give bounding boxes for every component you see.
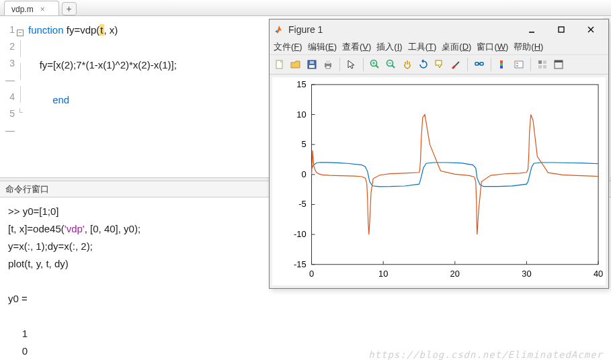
new-icon[interactable] (272, 57, 287, 72)
svg-text:0: 0 (309, 269, 314, 279)
brush-icon[interactable] (448, 57, 463, 72)
toolbar-separator (363, 58, 364, 71)
code-text: fy=[x(2);7*(1-x(1)^2)*x(2)-x(1)]; (28, 59, 177, 71)
line-number: 5 (9, 108, 15, 119)
svg-text:10: 10 (378, 269, 388, 279)
prompt: >> (8, 206, 20, 217)
svg-line-12 (376, 65, 378, 68)
svg-text:20: 20 (450, 269, 460, 279)
code-text: , x) (104, 24, 118, 36)
menu-item[interactable]: 帮助(H) (514, 41, 543, 53)
toolbar-separator (530, 58, 531, 71)
svg-text:10: 10 (296, 109, 306, 120)
tab-label: vdp.m (11, 5, 34, 14)
menu-item[interactable]: 查看(V) (342, 41, 371, 53)
code-text: fy=vdp( (64, 24, 100, 36)
menu-item[interactable]: 文件(F) (274, 41, 302, 53)
svg-rect-9 (326, 60, 330, 64)
pointer-icon[interactable] (344, 57, 359, 72)
cmd-text: 1 (8, 328, 28, 339)
svg-text:-15: -15 (294, 259, 307, 269)
tab-vdp[interactable]: vdp.m × (4, 1, 59, 15)
subplot-icon[interactable] (535, 57, 550, 72)
rotate-icon[interactable] (416, 57, 431, 72)
menu-item[interactable]: 编辑(E) (308, 41, 337, 53)
pan-icon[interactable] (400, 57, 415, 72)
dock-icon[interactable] (551, 57, 566, 72)
svg-rect-34 (555, 60, 563, 62)
new-tab-button[interactable]: + (62, 2, 77, 15)
string-literal: 'vdp' (65, 223, 85, 234)
svg-rect-7 (310, 61, 314, 64)
mod-dash: — (5, 125, 15, 136)
open-icon[interactable] (288, 57, 303, 72)
cmd-text: [t, x]=ode45( (8, 223, 65, 234)
figure-title: Figure 1 (288, 24, 517, 35)
line-number: 1 (0, 21, 15, 38)
close-tab-icon[interactable]: × (40, 5, 45, 14)
svg-rect-24 (500, 63, 503, 66)
line-number-gutter: 1 2 3 — 4 5 — (0, 16, 15, 177)
fold-line-icon (20, 40, 21, 57)
keyword: end (52, 94, 69, 105)
zoom-out-icon[interactable] (384, 57, 399, 72)
cmd-text: y0 = (8, 293, 28, 304)
fold-gutter: − └ (15, 16, 26, 177)
svg-text:40: 40 (594, 269, 603, 279)
legend-icon[interactable] (512, 57, 526, 72)
svg-rect-32 (543, 65, 546, 69)
fold-line-icon (20, 86, 21, 103)
colorbar-icon[interactable] (495, 57, 510, 72)
line-number: 3 (9, 58, 15, 69)
line-number: 2 (0, 38, 15, 55)
close-button[interactable] (576, 20, 606, 39)
svg-line-19 (455, 62, 459, 66)
editor-tab-bar: vdp.m × + (0, 0, 611, 16)
matlab-logo-icon (274, 24, 284, 35)
datatip-icon[interactable] (432, 57, 447, 72)
figure-toolbar (270, 54, 608, 75)
svg-rect-6 (309, 65, 315, 68)
cmd-text: y0=[1;0] (20, 206, 59, 217)
menu-item[interactable]: 桌面(D) (442, 41, 471, 53)
svg-rect-25 (500, 66, 503, 69)
svg-rect-26 (515, 61, 523, 68)
cmd-text: y=x(:, 1);dy=x(:, 2); (8, 240, 93, 252)
menu-item[interactable]: 窗口(W) (477, 41, 508, 53)
svg-rect-10 (326, 66, 330, 69)
svg-text:15: 15 (296, 79, 306, 89)
fold-minus-icon[interactable]: − (17, 30, 24, 36)
cmd-text: 0 (8, 345, 28, 357)
zoom-in-icon[interactable] (368, 57, 382, 72)
figure-menubar: 文件(F)编辑(E)查看(V)插入(I)工具(T)桌面(D)窗口(W)帮助(H) (270, 40, 608, 54)
svg-rect-30 (543, 60, 546, 64)
svg-rect-31 (538, 65, 542, 69)
mod-dash: — (5, 75, 15, 85)
svg-rect-18 (436, 60, 442, 65)
toolbar-separator (339, 58, 340, 71)
save-icon[interactable] (304, 57, 319, 72)
svg-rect-29 (538, 60, 542, 64)
print-icon[interactable] (321, 57, 335, 72)
svg-text:-10: -10 (294, 229, 307, 239)
svg-text:30: 30 (522, 269, 531, 279)
axes-svg: 010203040-15-10-5051015 (273, 78, 605, 285)
svg-text:0: 0 (301, 169, 306, 179)
maximize-button[interactable] (546, 20, 576, 39)
svg-text:-5: -5 (298, 199, 306, 209)
link-icon[interactable] (472, 57, 487, 72)
fold-line-icon (20, 63, 21, 80)
cmd-text: , [0, 40], y0); (85, 223, 140, 234)
watermark: https://blog.csdn.net/EliminatedAcmer (368, 349, 603, 360)
line-number: 4 (0, 89, 15, 105)
svg-rect-1 (559, 27, 564, 32)
cmd-text: plot(t, y, t, dy) (8, 258, 69, 269)
plot-area[interactable]: 010203040-15-10-5051015 (272, 77, 606, 285)
minimize-button[interactable] (517, 20, 546, 39)
menu-item[interactable]: 工具(T) (408, 41, 437, 53)
toolbar-separator (467, 58, 468, 71)
menu-item[interactable]: 插入(I) (376, 41, 402, 53)
svg-line-16 (392, 65, 395, 68)
toolbar-separator (491, 58, 491, 71)
figure-titlebar[interactable]: Figure 1 (270, 19, 608, 40)
